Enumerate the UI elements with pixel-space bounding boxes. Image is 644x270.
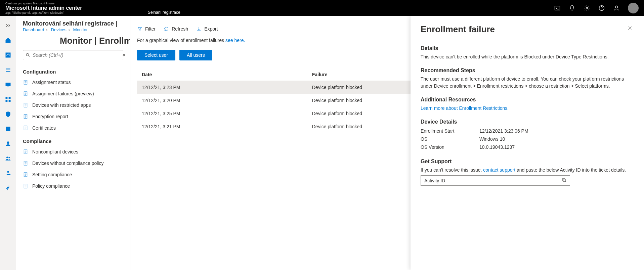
feedback-icon[interactable] bbox=[613, 5, 620, 11]
export-button[interactable]: Export bbox=[196, 26, 218, 32]
svg-rect-0 bbox=[555, 6, 560, 10]
steps-heading: Recommended Steps bbox=[421, 68, 634, 74]
resources-link[interactable]: Learn more about Enrollment Restrictions… bbox=[421, 105, 509, 111]
user-avatar[interactable] bbox=[628, 3, 639, 13]
cell-date: 12/12/21, 3:21 PM bbox=[137, 120, 307, 133]
support-text: If you can't resolve this issue, contact… bbox=[421, 167, 634, 173]
svg-point-13 bbox=[6, 156, 8, 158]
see-here-link[interactable]: see here. bbox=[225, 38, 245, 43]
detail-value: 12/12/2021 3:23:06 PM bbox=[479, 128, 528, 134]
svg-rect-11 bbox=[6, 127, 10, 131]
select-user-button[interactable]: Select user bbox=[137, 50, 175, 60]
svg-rect-10 bbox=[8, 100, 10, 102]
nav-label: Devices without compliance policy bbox=[32, 161, 103, 166]
breadcrumb: Monitorování selhání registrace | Dashbo… bbox=[16, 19, 130, 34]
doc-icon bbox=[23, 172, 28, 177]
subnav-pane: Monitorování selhání registrace | Dashbo… bbox=[16, 16, 130, 270]
portal-hint: Centrum pro správu Microsoft Intune bbox=[5, 2, 82, 5]
close-flyout-button[interactable] bbox=[626, 24, 634, 34]
col-date[interactable]: Date bbox=[137, 69, 307, 81]
notifications-icon[interactable] bbox=[569, 5, 575, 11]
nav-label: Devices with restricted apps bbox=[32, 102, 91, 108]
rail-groups[interactable] bbox=[1, 152, 15, 165]
search-input[interactable] bbox=[23, 50, 123, 60]
rail-devices[interactable] bbox=[1, 78, 15, 91]
doc-icon bbox=[23, 91, 28, 96]
cloud-shell-icon[interactable] bbox=[554, 5, 561, 11]
nav-certificates[interactable]: Certificates bbox=[16, 122, 130, 134]
detail-value: Windows 10 bbox=[479, 136, 505, 142]
nav-restricted-apps[interactable]: Devices with restricted apps bbox=[16, 99, 130, 111]
nav-label: Encryption report bbox=[32, 114, 68, 119]
nav-label: Assignment status bbox=[32, 80, 71, 85]
open-tab-label[interactable]: Selhání registrace bbox=[148, 10, 180, 15]
nav-setting-compliance[interactable]: Setting compliance bbox=[16, 169, 130, 180]
rail-apps[interactable] bbox=[1, 93, 15, 106]
portal-subcrumb: &gt; řídicího panelu &gt; zařízení Sledo… bbox=[5, 11, 82, 14]
copy-icon[interactable] bbox=[562, 178, 566, 183]
detail-value: 10.0.19043.1237 bbox=[479, 144, 515, 150]
topbar: Centrum pro správu Microsoft Intune Micr… bbox=[0, 0, 644, 16]
nav-encryption-report[interactable]: Encryption report bbox=[16, 111, 130, 122]
svg-point-12 bbox=[7, 141, 9, 144]
nav-assignment-status[interactable]: Assignment status bbox=[16, 77, 130, 88]
cell-date: 12/12/21, 3:25 PM bbox=[137, 107, 307, 120]
flyout-title: Enrollment failure bbox=[421, 24, 495, 35]
svg-rect-5 bbox=[5, 83, 10, 86]
refresh-button[interactable]: Refresh bbox=[164, 26, 188, 32]
doc-icon bbox=[23, 125, 28, 131]
topbar-actions bbox=[554, 3, 639, 13]
detail-label: OS Version bbox=[421, 144, 479, 150]
svg-point-17 bbox=[26, 53, 29, 56]
doc-icon bbox=[23, 161, 28, 166]
details-text: This device can't be enrolled while the … bbox=[421, 53, 634, 60]
rail-tenant-admin[interactable] bbox=[1, 167, 15, 180]
svg-rect-8 bbox=[8, 97, 10, 99]
nav-label: Setting compliance bbox=[32, 172, 72, 177]
rail-reports[interactable] bbox=[1, 122, 15, 136]
device-details-heading: Device Details bbox=[421, 119, 634, 125]
nav-policy-compliance[interactable]: Policy compliance bbox=[16, 180, 130, 192]
nav-assignment-failures[interactable]: Assignment failures (preview) bbox=[16, 88, 130, 99]
svg-point-16 bbox=[9, 174, 10, 175]
nav-noncompliant-devices[interactable]: Noncompliant devices bbox=[16, 146, 130, 158]
doc-icon bbox=[23, 149, 28, 154]
svg-rect-9 bbox=[5, 100, 7, 102]
breadcrumb-devices[interactable]: Devices bbox=[51, 27, 67, 32]
steps-text: The user must use a different platform o… bbox=[421, 76, 634, 89]
activity-id-box: Activity ID: bbox=[421, 175, 570, 186]
breadcrumb-dashboard[interactable]: Dashboard bbox=[23, 27, 44, 32]
nav-rail bbox=[0, 16, 16, 270]
rail-endpoint-security[interactable] bbox=[1, 107, 15, 121]
svg-rect-7 bbox=[5, 97, 7, 99]
portal-title[interactable]: Microsoft Intune admin center bbox=[5, 5, 82, 11]
rail-dashboard[interactable] bbox=[1, 48, 15, 62]
detail-label: OS bbox=[421, 136, 479, 142]
settings-gear-icon[interactable] bbox=[584, 5, 590, 11]
help-icon[interactable] bbox=[598, 5, 605, 11]
breadcrumb-context: Monitorování selhání registrace | bbox=[23, 20, 123, 27]
svg-rect-27 bbox=[563, 179, 566, 182]
nav-devices-without-policy[interactable]: Devices without compliance policy bbox=[16, 158, 130, 169]
filter-button[interactable]: Filter bbox=[137, 26, 156, 32]
svg-point-1 bbox=[586, 7, 588, 9]
rail-users[interactable] bbox=[1, 137, 15, 150]
svg-point-15 bbox=[7, 171, 9, 173]
breadcrumb-monitor[interactable]: Monitor bbox=[73, 27, 88, 32]
search-wrap bbox=[16, 50, 130, 64]
rail-toggle[interactable] bbox=[1, 19, 15, 32]
svg-point-14 bbox=[8, 157, 10, 158]
nav-label: Certificates bbox=[32, 125, 56, 131]
rail-troubleshoot[interactable] bbox=[1, 181, 15, 195]
nav-label: Noncompliant devices bbox=[32, 149, 78, 154]
doc-icon bbox=[23, 102, 28, 108]
doc-icon bbox=[23, 114, 28, 119]
support-heading: Get Support bbox=[421, 159, 634, 165]
details-heading: Details bbox=[421, 45, 634, 51]
rail-home[interactable] bbox=[1, 34, 15, 47]
rail-all-services[interactable] bbox=[1, 63, 15, 77]
collapse-pane-icon[interactable] bbox=[119, 50, 129, 61]
all-users-button[interactable]: All users bbox=[179, 50, 212, 60]
contact-support-link[interactable]: contact support bbox=[483, 167, 515, 173]
search-icon bbox=[26, 53, 30, 57]
